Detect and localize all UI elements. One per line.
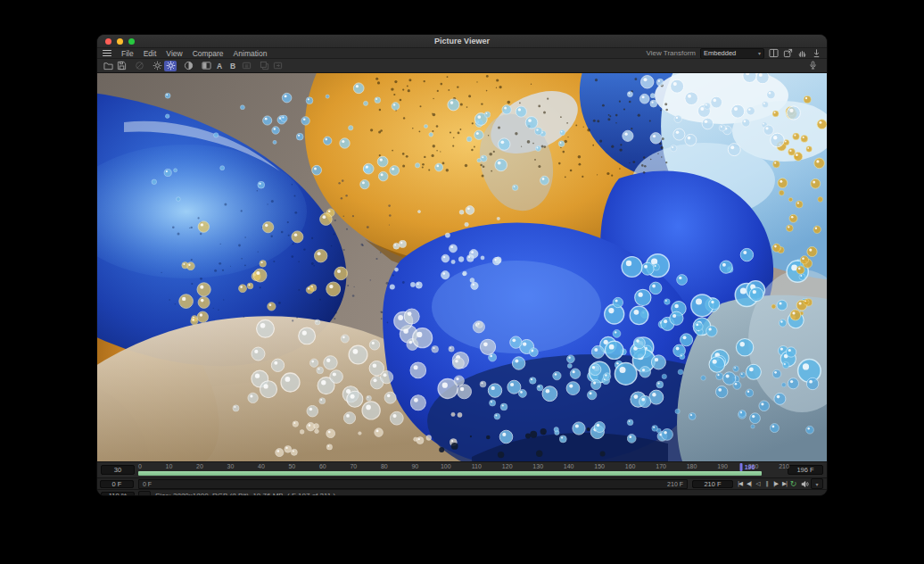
compare-link-icon[interactable] — [240, 61, 252, 71]
loop-button[interactable]: ↻ — [789, 479, 797, 488]
settings-gear-icon[interactable] — [151, 61, 163, 71]
hamburger-menu-icon[interactable] — [103, 50, 111, 56]
settings-gear-active-icon[interactable] — [164, 61, 177, 71]
transport-controls: |◀◀|◁‖|▶▶|↻ — [736, 479, 797, 488]
paste-icon[interactable] — [271, 61, 284, 71]
render-image — [97, 73, 827, 461]
view-transform-value: Embedded — [704, 49, 736, 57]
playhead-marker[interactable] — [739, 463, 742, 471]
hand-pan-icon[interactable] — [797, 48, 807, 58]
image-info-text: Size: 2880x1800, RGB (8 Bit), 19.76 MB, … — [155, 492, 335, 496]
speaker-icon[interactable] — [801, 479, 809, 488]
chevron-down-icon: ▾ — [758, 50, 761, 56]
render-viewport[interactable] — [97, 73, 827, 461]
status-bar: 119 % ▾ Size: 2880x1800, RGB (8 Bit), 19… — [97, 489, 827, 496]
goto-end-button[interactable]: ▶| — [780, 479, 788, 488]
ruler-tick-label: 170 — [656, 463, 666, 469]
ruler-tick-label: 210 — [779, 463, 789, 469]
playhead-label: 196 — [745, 464, 755, 470]
menu-edit[interactable]: Edit — [144, 49, 157, 58]
ruler-tick-label: 60 — [319, 463, 326, 469]
picture-viewer-window: Picture Viewer File Edit View Compare An… — [96, 34, 828, 496]
view-transform-label: View Transform — [647, 49, 696, 57]
title-bar: Picture Viewer — [97, 35, 827, 48]
range-slider[interactable]: 0 F 210 F — [138, 479, 688, 489]
range-end-field[interactable]: 210 F — [692, 480, 733, 488]
fps-field[interactable]: 30 — [101, 465, 135, 475]
ruler-tick-label: 70 — [350, 463, 357, 469]
save-icon[interactable] — [115, 61, 128, 71]
range-bar-start-label: 0 F — [143, 481, 152, 487]
filter-disabled-icon[interactable] — [133, 61, 145, 71]
ruler-tick-label: 160 — [625, 463, 636, 469]
ruler-tick-label: 0 — [138, 463, 142, 469]
copy-icon[interactable] — [258, 61, 270, 71]
microphone-icon[interactable] — [806, 61, 819, 71]
split-view-icon[interactable] — [769, 48, 779, 58]
ruler-tick-label: 190 — [717, 463, 728, 469]
ruler-tick-label: 90 — [411, 463, 418, 469]
timeline-ruler[interactable]: 0102030405060708090100110120130140150160… — [138, 462, 784, 477]
menu-animation[interactable]: Animation — [234, 49, 268, 58]
timeline-range-row: 0 F 0 F 210 F 210 F |◀◀|◁‖|▶▶|↻ ▾ — [97, 477, 827, 489]
zoom-level-field[interactable]: 119 % — [101, 492, 135, 497]
step-back-button[interactable]: ◀| — [745, 479, 753, 488]
current-frame-field[interactable]: 196 F — [788, 465, 823, 475]
range-start-field[interactable]: 0 F — [100, 480, 134, 488]
ruler-tick-label: 80 — [381, 463, 388, 469]
menu-compare[interactable]: Compare — [193, 49, 224, 58]
ruler-tick-label: 180 — [687, 463, 697, 469]
view-transform-dropdown[interactable]: Embedded ▾ — [700, 48, 764, 59]
window-title: Picture Viewer — [97, 37, 827, 46]
step-forward-button[interactable]: |▶ — [771, 479, 780, 488]
cached-frames-bar — [138, 471, 762, 476]
zoom-dropdown[interactable]: ▾ — [138, 491, 151, 497]
goto-start-button[interactable]: |◀ — [736, 479, 744, 488]
play-reverse-button[interactable]: ◁ — [754, 479, 762, 488]
ruler-tick-label: 20 — [196, 463, 203, 469]
ruler-tick-label: 30 — [227, 463, 235, 469]
ruler-tick-label: 50 — [288, 463, 295, 469]
timeline-ruler-row: 30 0102030405060708090100110120130140150… — [97, 461, 827, 477]
a-channel-button[interactable]: A — [217, 62, 222, 70]
open-folder-icon[interactable] — [102, 61, 114, 71]
ruler-tick-label: 100 — [441, 463, 451, 469]
range-bar-end-label: 210 F — [667, 481, 683, 487]
ruler-tick-label: 130 — [532, 463, 543, 469]
toolbar: A B — [97, 59, 827, 73]
ruler-tick-label: 150 — [594, 463, 605, 469]
ruler-tick-label: 10 — [166, 463, 173, 469]
menu-view[interactable]: View — [166, 49, 182, 58]
ruler-tick-label: 40 — [258, 463, 265, 469]
pin-dock-icon[interactable] — [812, 48, 821, 58]
open-external-icon[interactable] — [783, 48, 793, 58]
menu-file[interactable]: File — [121, 49, 134, 58]
b-channel-button[interactable]: B — [230, 62, 235, 70]
ruler-tick-label: 110 — [472, 463, 482, 469]
menu-bar: File Edit View Compare Animation View Tr… — [97, 48, 827, 59]
ruler-tick-label: 140 — [564, 463, 574, 469]
contrast-icon[interactable] — [182, 61, 194, 71]
ruler-tick-label: 120 — [502, 463, 513, 469]
playback-options-dropdown[interactable]: ▾ — [811, 478, 823, 489]
pause-button[interactable]: ‖ — [763, 479, 771, 488]
ab-compare-icon[interactable] — [200, 61, 212, 71]
